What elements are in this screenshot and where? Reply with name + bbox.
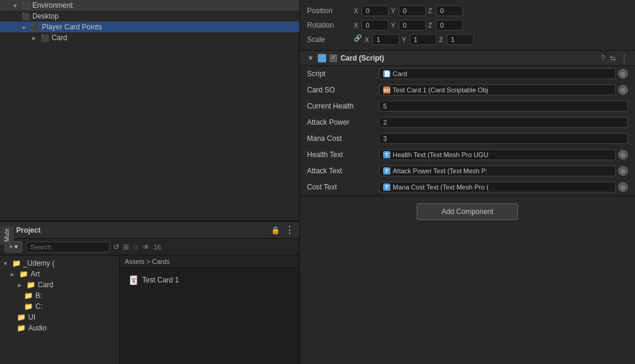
eye-icon[interactable]: 👁 — [143, 243, 150, 251]
presets-icon[interactable]: ⇆ — [610, 54, 616, 62]
component-controls: ? ⇆ ⋮ — [601, 54, 628, 62]
mana-cost-input[interactable] — [379, 133, 628, 144]
card-file-icon: 🃏 — [128, 275, 139, 285]
script-field-row: Script 📄 Card ◎ — [300, 66, 635, 82]
rotation-y-input[interactable] — [399, 20, 426, 31]
attack-text-ref-text: Attack Power Text (Text Mesh P: — [393, 167, 487, 175]
rotation-z-input[interactable] — [436, 20, 463, 31]
health-text-label: Health Text — [307, 151, 379, 159]
project-content: ▼ 📁 _Udemy ( ► 📁 Art ► 📁 Card 📁 B: — [0, 255, 299, 364]
scale-y-input[interactable] — [410, 34, 437, 45]
hierarchy-label-card: Card — [52, 34, 67, 42]
tree-label-b: B: — [35, 291, 42, 300]
health-text-field-row: Health Text T Health Text (Text Mesh Pro… — [300, 147, 635, 163]
refresh-icon[interactable]: ↺ — [113, 243, 119, 251]
position-z-input[interactable] — [436, 5, 463, 16]
card-so-ref-text: Test Card 1 (Card Scriptable Obj — [393, 86, 488, 94]
card-so-label: Card SO — [307, 86, 379, 94]
attack-power-value — [379, 117, 628, 128]
help-icon[interactable]: ? — [601, 54, 605, 62]
search-input[interactable] — [26, 242, 110, 252]
position-y-input[interactable] — [399, 5, 426, 16]
star-icon[interactable]: ☆ — [133, 243, 139, 251]
menu-icon[interactable]: ⋮ — [621, 54, 628, 62]
tree-item-ui[interactable]: 📁 UI — [0, 312, 119, 323]
project-section: 📁 Project 🔒 ⋮ + ▾ ↺ ⊞ ☆ 👁 16 ▼ 📁 _Udemy — [0, 222, 299, 364]
hierarchy-item-environment[interactable]: ▼ ⬛ Environment — [0, 0, 299, 11]
attack-power-input[interactable] — [379, 117, 628, 128]
hierarchy-item-desktop[interactable]: ⬛ Desktop — [0, 11, 299, 22]
x-label-pos: X — [354, 7, 360, 14]
component-toggle[interactable] — [330, 55, 337, 62]
tree-item-c[interactable]: 📁 C: — [0, 301, 119, 312]
attack-power-label: Attack Power — [307, 118, 379, 127]
cost-text-circle-btn[interactable]: ◎ — [618, 182, 628, 192]
expand-icon[interactable]: ▼ — [307, 54, 314, 62]
arrow-player-card-points: ► — [22, 24, 28, 31]
card-so-circle-btn[interactable]: ◎ — [618, 85, 628, 95]
lock-icon[interactable]: 🔒 — [271, 226, 280, 234]
attack-power-field-row: Attack Power — [300, 115, 635, 131]
script-ref-field: 📄 Card — [379, 68, 616, 79]
attack-text-field-row: Attack Text T Attack Power Text (Text Me… — [300, 163, 635, 179]
mute-button[interactable]: Mute — [0, 226, 14, 244]
more-icon[interactable]: ⋮ — [285, 224, 294, 236]
scale-x-input[interactable] — [372, 34, 399, 45]
current-health-input[interactable] — [379, 101, 628, 112]
cost-text-ref-text: Mana Cost Text (Text Mesh Pro ( — [393, 183, 489, 191]
tree-item-card[interactable]: ► 📁 Card — [0, 279, 119, 290]
position-x-field: X — [354, 5, 389, 16]
hierarchy-item-card[interactable]: ► ⬛ Card — [0, 32, 299, 43]
mana-cost-field-row: Mana Cost — [300, 131, 635, 147]
folder-icon-c: 📁 — [24, 302, 33, 311]
health-text-ref-field: T Health Text (Text Mesh Pro UGU — [379, 149, 616, 160]
y-label-pos: Y — [391, 7, 397, 14]
folder-icon-card: 📁 — [26, 281, 35, 289]
y-label-scale: Y — [402, 36, 408, 43]
cube-icon-player-card-points: ⬛ — [31, 23, 40, 31]
project-toolbar: + ▾ ↺ ⊞ ☆ 👁 16 — [0, 239, 299, 255]
attack-text-value: T Attack Power Text (Text Mesh P: ◎ — [379, 166, 628, 176]
scale-z-input[interactable] — [447, 34, 474, 45]
rotation-z-field: Z — [428, 20, 463, 31]
position-label: Position — [307, 7, 349, 15]
card-so-value: SO Test Card 1 (Card Scriptable Obj ◎ — [379, 85, 628, 95]
left-panel: ▼ ⬛ Environment ⬛ Desktop ► ⬛ Player Car… — [0, 0, 300, 364]
hierarchy-item-player-card-points[interactable]: ► ⬛ Player Card Points — [0, 22, 299, 32]
health-text-ref-icon: T — [383, 151, 390, 158]
tree-item-art[interactable]: ► 📁 Art — [0, 269, 119, 279]
card-so-ref-field: SO Test Card 1 (Card Scriptable Obj — [379, 85, 616, 95]
current-health-value — [379, 101, 628, 112]
cost-text-label: Cost Text — [307, 183, 379, 191]
position-x-input[interactable] — [362, 5, 389, 16]
cube-icon-environment: ⬛ — [22, 2, 30, 10]
transform-section: Position X Y Z Rotation — [300, 0, 635, 51]
health-text-circle-btn[interactable]: ◎ — [618, 150, 628, 160]
position-row: Position X Y Z — [307, 4, 628, 18]
scale-lock-icon[interactable]: 🔗 — [354, 34, 362, 45]
file-label-test-card-1: Test Card 1 — [142, 276, 179, 284]
add-component-button[interactable]: Add Component — [417, 203, 518, 220]
position-fields: X Y Z — [354, 5, 628, 16]
component-section: ▼ Card (Script) ? ⇆ ⋮ Script 📄 Card ◎ — [300, 51, 635, 196]
script-ref-text: Card — [393, 70, 407, 77]
x-label-rot: X — [354, 22, 360, 29]
filter-icon[interactable]: ⊞ — [123, 243, 129, 251]
scale-fields: 🔗 X Y Z — [354, 34, 628, 45]
position-z-field: Z — [428, 5, 463, 16]
script-field-value: 📄 Card ◎ — [379, 68, 628, 79]
attack-text-ref-icon: T — [383, 167, 390, 175]
right-panel: Position X Y Z Rotation — [300, 0, 635, 364]
tree-item-b[interactable]: 📁 B: — [0, 290, 119, 301]
attack-text-circle-btn[interactable]: ◎ — [618, 166, 628, 176]
scale-x-field: X — [365, 34, 399, 45]
tree-item-udemy[interactable]: ▼ 📁 _Udemy ( — [0, 258, 119, 269]
z-label-scale: Z — [439, 36, 445, 43]
script-field-label: Script — [307, 70, 379, 78]
tree-item-audio[interactable]: 📁 Audio — [0, 323, 119, 333]
rotation-x-input[interactable] — [362, 20, 389, 31]
file-item-test-card-1[interactable]: 🃏 Test Card 1 — [125, 273, 294, 287]
component-header: ▼ Card (Script) ? ⇆ ⋮ — [300, 51, 635, 66]
scale-label: Scale — [307, 35, 349, 44]
script-circle-btn[interactable]: ◎ — [618, 69, 628, 79]
